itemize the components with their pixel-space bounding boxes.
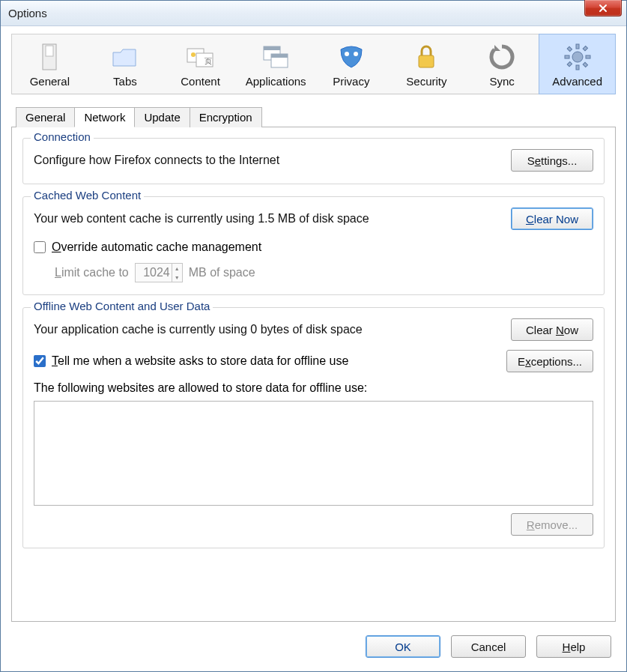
remove-button: Remove... xyxy=(511,513,593,536)
tell-offline-checkbox[interactable] xyxy=(34,355,46,367)
svg-text:页: 页 xyxy=(205,57,212,65)
svg-rect-9 xyxy=(271,54,288,58)
subtab-update[interactable]: Update xyxy=(134,107,190,127)
dialog-footer: OK Cancel Help xyxy=(11,622,616,661)
limit-label-pre: Limit cache to xyxy=(55,266,129,279)
toolbar-item-content[interactable]: 页 Content xyxy=(163,34,238,94)
group-legend: Connection xyxy=(31,130,94,143)
switch-icon xyxy=(34,42,64,72)
override-cache-checkbox[interactable] xyxy=(34,241,46,253)
cancel-button[interactable]: Cancel xyxy=(451,635,526,658)
network-panel: Connection Configure how Firefox connect… xyxy=(11,127,616,622)
clear-offline-button[interactable]: Clear Now xyxy=(511,318,593,341)
svg-rect-16 xyxy=(565,55,569,58)
cache-limit-spinner[interactable]: 1024 ▲▼ xyxy=(135,263,183,282)
titlebar: Options xyxy=(1,1,626,26)
svg-rect-21 xyxy=(567,61,572,66)
content-area: General Tabs 页 Content Applications xyxy=(1,26,626,671)
offline-sites-listbox[interactable] xyxy=(34,401,593,506)
toolbar-label: Sync xyxy=(464,75,540,88)
toolbar-label: Content xyxy=(163,75,238,88)
toolbar-item-security[interactable]: Security xyxy=(389,34,464,94)
svg-rect-1 xyxy=(46,46,53,56)
toolbar-label: Applications xyxy=(238,75,314,88)
cache-group: Cached Web Content Your web content cach… xyxy=(22,196,605,295)
svg-rect-12 xyxy=(419,55,434,67)
settings-button[interactable]: Settings... xyxy=(511,149,593,172)
close-button[interactable] xyxy=(584,0,622,16)
gear-icon xyxy=(563,42,593,72)
override-cache-label[interactable]: Override automatic cache management xyxy=(52,240,261,254)
ok-button[interactable]: OK xyxy=(366,635,440,658)
connection-text: Configure how Firefox connects to the In… xyxy=(34,154,279,167)
windows-icon xyxy=(261,42,291,72)
offline-group: Offline Web Content and User Data Your a… xyxy=(22,307,605,548)
toolbar-item-tabs[interactable]: Tabs xyxy=(88,34,163,94)
tell-offline-label[interactable]: Tell me when a website asks to store dat… xyxy=(52,354,348,368)
toolbar-label: General xyxy=(12,75,88,88)
svg-point-4 xyxy=(191,52,196,57)
toolbar-label: Privacy xyxy=(314,75,390,88)
toolbar-item-general[interactable]: General xyxy=(12,34,88,94)
offline-status-text: Your application cache is currently usin… xyxy=(34,323,363,336)
subtab-encryption[interactable]: Encryption xyxy=(190,107,262,127)
connection-group: Connection Configure how Firefox connect… xyxy=(22,138,605,184)
svg-rect-14 xyxy=(576,44,579,49)
toolbar-label: Advanced xyxy=(539,75,615,88)
toolbar-label: Tabs xyxy=(88,75,163,88)
svg-rect-20 xyxy=(583,46,587,50)
toolbar-label: Security xyxy=(389,75,464,88)
group-legend: Cached Web Content xyxy=(31,189,144,202)
cache-limit-value: 1024 xyxy=(143,266,170,279)
subtab-general[interactable]: General xyxy=(16,107,75,127)
limit-label-post: MB of space xyxy=(189,266,255,279)
clear-cache-button[interactable]: Clear Now xyxy=(511,208,593,230)
svg-point-11 xyxy=(354,52,358,56)
toolbar-item-sync[interactable]: Sync xyxy=(464,34,540,94)
spinner-arrows[interactable]: ▲▼ xyxy=(172,264,182,282)
group-legend: Offline Web Content and User Data xyxy=(31,300,213,312)
exceptions-button[interactable]: Exceptions... xyxy=(506,350,593,372)
pictures-icon: 页 xyxy=(186,42,216,72)
category-toolbar: General Tabs 页 Content Applications xyxy=(11,34,616,94)
sync-icon xyxy=(487,42,517,72)
svg-point-10 xyxy=(345,52,349,56)
mask-icon xyxy=(336,42,366,72)
limit-cache-row: Limit cache to 1024 ▲▼ MB of space xyxy=(55,263,593,282)
svg-point-13 xyxy=(572,52,583,62)
toolbar-item-advanced[interactable]: Advanced xyxy=(539,34,616,94)
offline-list-label: The following websites are allowed to st… xyxy=(34,381,593,395)
svg-rect-7 xyxy=(264,46,280,50)
svg-rect-17 xyxy=(586,55,590,58)
cache-status-text: Your web content cache is currently usin… xyxy=(34,212,369,225)
lock-icon xyxy=(411,42,441,72)
options-window: Options General Tabs 页 xyxy=(0,0,627,672)
subtab-bar: General Network Update Encryption xyxy=(11,106,616,127)
subtab-network[interactable]: Network xyxy=(74,107,135,127)
toolbar-item-applications[interactable]: Applications xyxy=(238,34,314,94)
svg-rect-18 xyxy=(567,46,572,51)
help-button[interactable]: Help xyxy=(536,635,611,658)
svg-rect-19 xyxy=(583,62,587,67)
toolbar-item-privacy[interactable]: Privacy xyxy=(314,34,390,94)
window-title: Options xyxy=(8,7,47,19)
close-icon xyxy=(599,4,608,13)
svg-rect-15 xyxy=(576,65,579,70)
folder-icon xyxy=(110,42,140,72)
